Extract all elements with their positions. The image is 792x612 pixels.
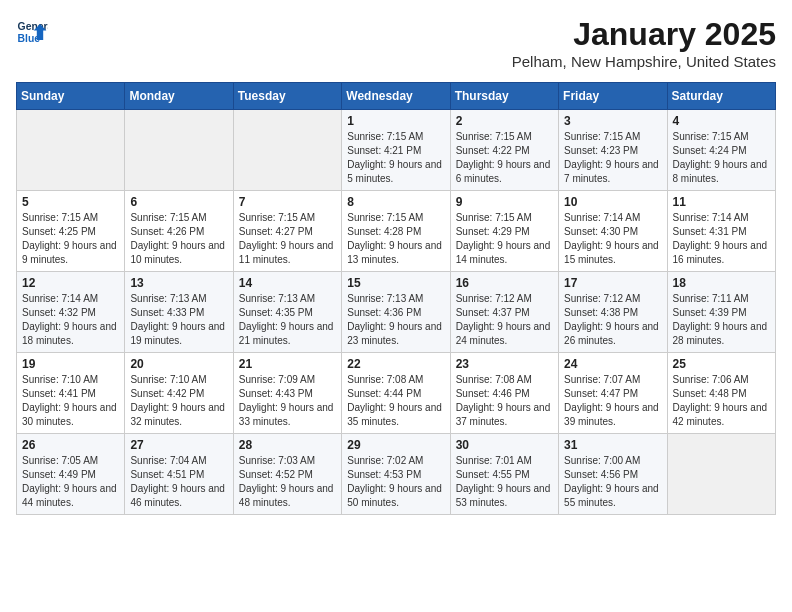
calendar-cell: 17 Sunrise: 7:12 AM Sunset: 4:38 PM Dayl… [559, 272, 667, 353]
sunrise-label: Sunrise: [456, 212, 493, 223]
cell-info: Sunrise: 7:14 AM Sunset: 4:31 PM Dayligh… [673, 211, 770, 267]
cell-info: Sunrise: 7:15 AM Sunset: 4:26 PM Dayligh… [130, 211, 227, 267]
daylight-label: Daylight: [239, 321, 278, 332]
daylight-label: Daylight: [22, 483, 61, 494]
sunset-label: Sunset: [239, 226, 273, 237]
sunrise-label: Sunrise: [22, 293, 59, 304]
daylight-label: Daylight: [130, 321, 169, 332]
sunset-label: Sunset: [564, 226, 598, 237]
logo-icon: General Blue [16, 16, 48, 48]
weekday-header: Tuesday [233, 83, 341, 110]
calendar-cell: 13 Sunrise: 7:13 AM Sunset: 4:33 PM Dayl… [125, 272, 233, 353]
daylight-label: Daylight: [22, 240, 61, 251]
cell-info: Sunrise: 7:10 AM Sunset: 4:42 PM Dayligh… [130, 373, 227, 429]
day-number: 29 [347, 438, 444, 452]
weekday-header-row: SundayMondayTuesdayWednesdayThursdayFrid… [17, 83, 776, 110]
sunset-label: Sunset: [22, 388, 56, 399]
daylight-label: Daylight: [347, 483, 386, 494]
sunrise-label: Sunrise: [456, 374, 493, 385]
cell-info: Sunrise: 7:15 AM Sunset: 4:29 PM Dayligh… [456, 211, 553, 267]
daylight-label: Daylight: [673, 402, 712, 413]
cell-info: Sunrise: 7:14 AM Sunset: 4:32 PM Dayligh… [22, 292, 119, 348]
calendar-week-row: 26 Sunrise: 7:05 AM Sunset: 4:49 PM Dayl… [17, 434, 776, 515]
cell-info: Sunrise: 7:15 AM Sunset: 4:21 PM Dayligh… [347, 130, 444, 186]
sunrise-label: Sunrise: [673, 293, 710, 304]
calendar-body: 1 Sunrise: 7:15 AM Sunset: 4:21 PM Dayli… [17, 110, 776, 515]
sunset-label: Sunset: [239, 469, 273, 480]
calendar-cell: 6 Sunrise: 7:15 AM Sunset: 4:26 PM Dayli… [125, 191, 233, 272]
day-number: 12 [22, 276, 119, 290]
daylight-label: Daylight: [673, 159, 712, 170]
daylight-label: Daylight: [22, 321, 61, 332]
day-number: 28 [239, 438, 336, 452]
sunset-label: Sunset: [130, 226, 164, 237]
sunrise-label: Sunrise: [239, 374, 276, 385]
daylight-label: Daylight: [564, 483, 603, 494]
sunset-label: Sunset: [564, 469, 598, 480]
cell-info: Sunrise: 7:08 AM Sunset: 4:44 PM Dayligh… [347, 373, 444, 429]
calendar-cell: 16 Sunrise: 7:12 AM Sunset: 4:37 PM Dayl… [450, 272, 558, 353]
day-number: 7 [239, 195, 336, 209]
sunset-label: Sunset: [130, 307, 164, 318]
day-number: 13 [130, 276, 227, 290]
sunrise-label: Sunrise: [130, 455, 167, 466]
day-number: 16 [456, 276, 553, 290]
sunrise-label: Sunrise: [564, 374, 601, 385]
sunset-label: Sunset: [673, 307, 707, 318]
cell-info: Sunrise: 7:07 AM Sunset: 4:47 PM Dayligh… [564, 373, 661, 429]
calendar-cell: 15 Sunrise: 7:13 AM Sunset: 4:36 PM Dayl… [342, 272, 450, 353]
daylight-label: Daylight: [673, 321, 712, 332]
sunset-label: Sunset: [239, 307, 273, 318]
cell-info: Sunrise: 7:11 AM Sunset: 4:39 PM Dayligh… [673, 292, 770, 348]
weekday-header: Saturday [667, 83, 775, 110]
weekday-header: Friday [559, 83, 667, 110]
sunrise-label: Sunrise: [456, 455, 493, 466]
calendar-cell: 14 Sunrise: 7:13 AM Sunset: 4:35 PM Dayl… [233, 272, 341, 353]
day-number: 31 [564, 438, 661, 452]
calendar-cell: 23 Sunrise: 7:08 AM Sunset: 4:46 PM Dayl… [450, 353, 558, 434]
svg-text:General: General [18, 21, 48, 32]
calendar-cell: 8 Sunrise: 7:15 AM Sunset: 4:28 PM Dayli… [342, 191, 450, 272]
daylight-label: Daylight: [456, 159, 495, 170]
cell-info: Sunrise: 7:14 AM Sunset: 4:30 PM Dayligh… [564, 211, 661, 267]
sunrise-label: Sunrise: [347, 455, 384, 466]
day-number: 27 [130, 438, 227, 452]
cell-info: Sunrise: 7:15 AM Sunset: 4:22 PM Dayligh… [456, 130, 553, 186]
day-number: 17 [564, 276, 661, 290]
sunset-label: Sunset: [130, 469, 164, 480]
calendar-cell: 24 Sunrise: 7:07 AM Sunset: 4:47 PM Dayl… [559, 353, 667, 434]
calendar-cell: 31 Sunrise: 7:00 AM Sunset: 4:56 PM Dayl… [559, 434, 667, 515]
sunrise-label: Sunrise: [564, 293, 601, 304]
header: General Blue January 2025 Pelham, New Ha… [16, 16, 776, 70]
sunset-label: Sunset: [347, 226, 381, 237]
sunrise-label: Sunrise: [239, 455, 276, 466]
daylight-label: Daylight: [564, 321, 603, 332]
daylight-label: Daylight: [347, 402, 386, 413]
calendar-week-row: 1 Sunrise: 7:15 AM Sunset: 4:21 PM Dayli… [17, 110, 776, 191]
sunset-label: Sunset: [456, 145, 490, 156]
sunset-label: Sunset: [456, 307, 490, 318]
sunrise-label: Sunrise: [564, 455, 601, 466]
calendar-cell: 28 Sunrise: 7:03 AM Sunset: 4:52 PM Dayl… [233, 434, 341, 515]
sunset-label: Sunset: [347, 145, 381, 156]
sunrise-label: Sunrise: [22, 455, 59, 466]
cell-info: Sunrise: 7:03 AM Sunset: 4:52 PM Dayligh… [239, 454, 336, 510]
calendar-cell: 7 Sunrise: 7:15 AM Sunset: 4:27 PM Dayli… [233, 191, 341, 272]
sunrise-label: Sunrise: [347, 374, 384, 385]
calendar-cell: 20 Sunrise: 7:10 AM Sunset: 4:42 PM Dayl… [125, 353, 233, 434]
day-number: 24 [564, 357, 661, 371]
sunset-label: Sunset: [456, 388, 490, 399]
day-number: 30 [456, 438, 553, 452]
sunset-label: Sunset: [564, 145, 598, 156]
daylight-label: Daylight: [564, 240, 603, 251]
sunrise-label: Sunrise: [130, 212, 167, 223]
sunset-label: Sunset: [22, 307, 56, 318]
daylight-label: Daylight: [347, 240, 386, 251]
sunrise-label: Sunrise: [564, 212, 601, 223]
sunset-label: Sunset: [130, 388, 164, 399]
daylight-label: Daylight: [347, 321, 386, 332]
cell-info: Sunrise: 7:09 AM Sunset: 4:43 PM Dayligh… [239, 373, 336, 429]
sunrise-label: Sunrise: [347, 293, 384, 304]
day-number: 5 [22, 195, 119, 209]
calendar-cell: 4 Sunrise: 7:15 AM Sunset: 4:24 PM Dayli… [667, 110, 775, 191]
